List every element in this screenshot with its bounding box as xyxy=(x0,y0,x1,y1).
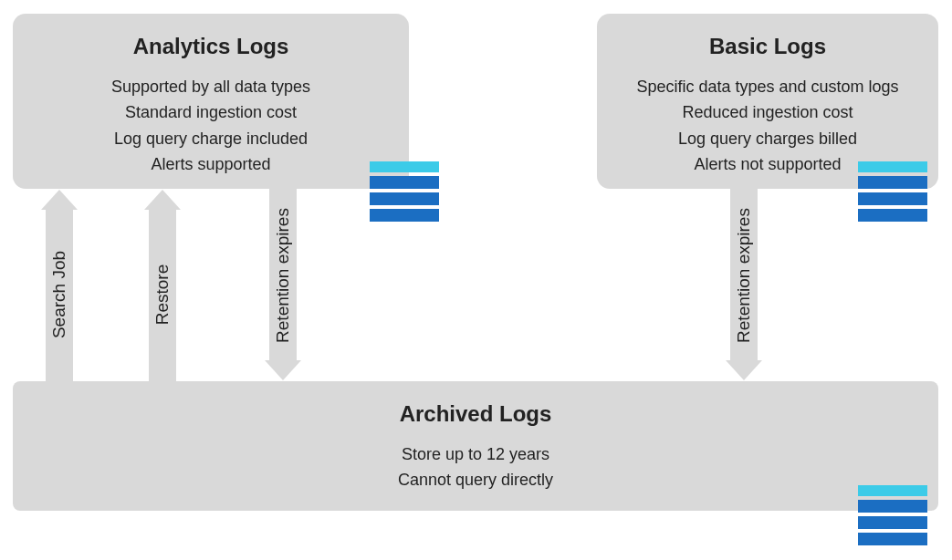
analytics-line: Log query charge included xyxy=(13,128,409,150)
archived-line: Store up to 12 years xyxy=(13,443,938,465)
basic-line: Log query charges billed xyxy=(597,128,938,150)
table-icon xyxy=(370,161,439,220)
analytics-title: Analytics Logs xyxy=(13,34,409,59)
arrow-label: Retention expires xyxy=(734,208,754,343)
retention-expires-arrow-analytics: Retention expires xyxy=(269,189,297,362)
search-job-arrow: Search Job xyxy=(46,208,73,381)
table-icon xyxy=(858,485,927,544)
analytics-line: Standard ingestion cost xyxy=(13,101,409,123)
arrow-label: Retention expires xyxy=(273,208,293,343)
arrow-label: Restore xyxy=(152,264,173,326)
archived-logs-box: Archived Logs Store up to 12 years Canno… xyxy=(13,381,938,511)
analytics-logs-box: Analytics Logs Supported by all data typ… xyxy=(13,14,409,189)
arrow-label: Search Job xyxy=(49,251,69,338)
basic-line: Reduced ingestion cost xyxy=(597,101,938,123)
retention-expires-arrow-basic: Retention expires xyxy=(730,189,758,362)
basic-title: Basic Logs xyxy=(597,34,938,59)
restore-arrow: Restore xyxy=(149,208,176,381)
analytics-line: Alerts supported xyxy=(13,153,409,175)
analytics-line: Supported by all data types xyxy=(13,76,409,98)
archived-line: Cannot query directly xyxy=(13,469,938,491)
basic-line: Specific data types and custom logs xyxy=(597,76,938,98)
archived-title: Archived Logs xyxy=(13,401,938,427)
table-icon xyxy=(858,161,927,220)
